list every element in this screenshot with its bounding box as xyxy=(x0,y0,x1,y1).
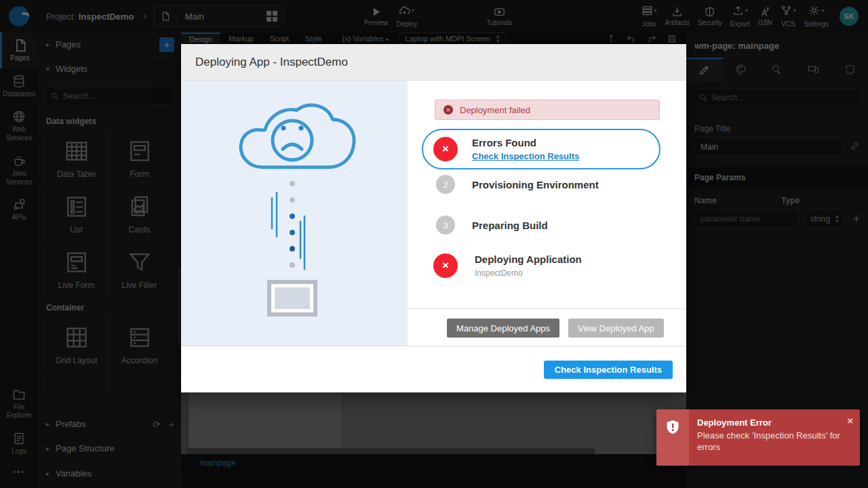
step-preparing-build: 3 Preparing Build xyxy=(436,216,548,235)
step-title: Deploying Application xyxy=(475,253,582,265)
step-title: Preparing Build xyxy=(472,220,548,231)
check-inspection-results-link[interactable]: Check Inspection Results xyxy=(472,151,579,161)
step-subtitle: InspectDemo xyxy=(475,268,582,278)
deploy-modal: Deploying App - InspectDemo xyxy=(181,44,686,392)
step-title: Provisioning Environment xyxy=(472,179,599,190)
view-deployed-app-button[interactable]: View Deployed App xyxy=(568,319,664,338)
step-deploying-application: × Deploying Application InspectDemo xyxy=(433,253,582,278)
deploy-actions: Manage Deployed Apps View Deployed App xyxy=(447,319,664,338)
step-provisioning: 2 Provisioning Environment xyxy=(436,175,599,194)
toast-message: Please check 'Inspection Results' for er… xyxy=(697,430,842,453)
check-inspection-results-button[interactable]: Check Inspection Results xyxy=(544,361,673,379)
error-badge-icon: × xyxy=(433,137,458,161)
step-number-badge: 2 xyxy=(436,175,455,194)
modal-header: Deploying App - InspectDemo xyxy=(181,44,686,81)
app-window: Project: InspectDemo › Main Preview ▾ De… xyxy=(0,0,868,488)
sad-cloud-illustration-icon xyxy=(181,81,408,346)
deploy-steps-panel: × Deployment failed × Errors Found Check… xyxy=(408,81,686,346)
divider xyxy=(408,308,686,309)
manage-deployed-apps-button[interactable]: Manage Deployed Apps xyxy=(447,319,559,338)
modal-body: × Deployment failed × Errors Found Check… xyxy=(181,81,686,346)
modal-title: Deploying App - InspectDemo xyxy=(195,56,348,69)
error-circle-icon: × xyxy=(443,105,453,115)
step-title: Errors Found xyxy=(472,137,579,148)
toast-icon-strip xyxy=(656,409,689,466)
deploy-illustration xyxy=(181,81,408,346)
toast-body: Deployment Error Please check 'Inspectio… xyxy=(689,409,860,466)
step-number-badge: 3 xyxy=(436,216,455,235)
step-errors-found[interactable]: × Errors Found Check Inspection Results xyxy=(422,129,660,169)
modal-footer: Check Inspection Results xyxy=(181,346,686,392)
toast-title: Deployment Error xyxy=(697,418,842,428)
deployment-error-toast: Deployment Error Please check 'Inspectio… xyxy=(656,409,860,466)
shield-alert-icon xyxy=(665,419,681,435)
error-badge-icon: × xyxy=(433,253,458,278)
deployment-failed-alert: × Deployment failed xyxy=(435,100,660,120)
alert-text: Deployment failed xyxy=(460,105,530,115)
toast-close-icon[interactable]: × xyxy=(847,415,853,426)
